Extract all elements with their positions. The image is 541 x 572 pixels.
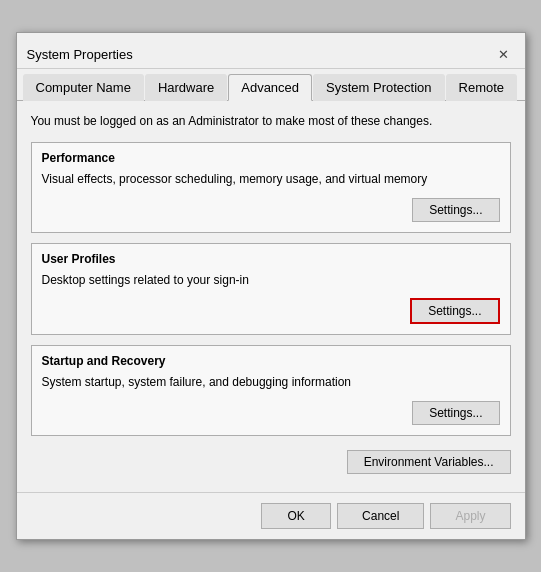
user-profiles-settings-button[interactable]: Settings... [410,298,499,324]
cancel-button[interactable]: Cancel [337,503,424,529]
close-button[interactable]: ✕ [493,43,515,65]
tab-content: You must be logged on as an Administrato… [17,101,525,492]
user-profiles-section: User Profiles Desktop settings related t… [31,243,511,336]
apply-button[interactable]: Apply [430,503,510,529]
performance-settings-button[interactable]: Settings... [412,198,499,222]
startup-recovery-footer: Settings... [42,401,500,425]
startup-recovery-desc: System startup, system failure, and debu… [42,374,500,391]
performance-section: Performance Visual effects, processor sc… [31,142,511,233]
user-profiles-title: User Profiles [42,252,500,266]
performance-desc: Visual effects, processor scheduling, me… [42,171,500,188]
system-properties-window: System Properties ✕ Computer Name Hardwa… [16,32,526,540]
env-vars-button[interactable]: Environment Variables... [347,450,511,474]
admin-notice: You must be logged on as an Administrato… [31,113,511,130]
performance-title: Performance [42,151,500,165]
startup-recovery-title: Startup and Recovery [42,354,500,368]
tab-hardware[interactable]: Hardware [145,74,227,101]
ok-button[interactable]: OK [261,503,331,529]
close-icon: ✕ [498,47,509,62]
startup-recovery-section: Startup and Recovery System startup, sys… [31,345,511,436]
tab-system-protection[interactable]: System Protection [313,74,445,101]
startup-recovery-settings-button[interactable]: Settings... [412,401,499,425]
title-bar: System Properties ✕ [17,33,525,69]
env-vars-row: Environment Variables... [31,446,511,480]
performance-footer: Settings... [42,198,500,222]
user-profiles-footer: Settings... [42,298,500,324]
tab-remote[interactable]: Remote [446,74,518,101]
tab-bar: Computer Name Hardware Advanced System P… [17,69,525,101]
tab-advanced[interactable]: Advanced [228,74,312,101]
tab-computer-name[interactable]: Computer Name [23,74,144,101]
user-profiles-desc: Desktop settings related to your sign-in [42,272,500,289]
footer-bar: OK Cancel Apply [17,492,525,539]
window-title: System Properties [27,47,133,62]
